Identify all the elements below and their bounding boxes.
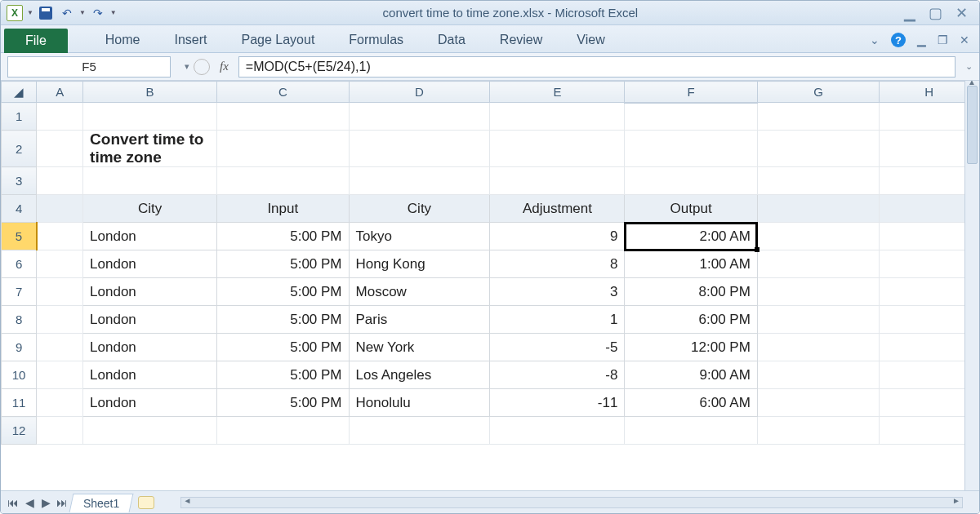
row-header[interactable]: 5	[2, 223, 37, 250]
formula-input[interactable]: =MOD(C5+(E5/24),1)	[238, 56, 956, 78]
cancel-entry-icon[interactable]	[194, 59, 210, 75]
qat-customize-icon[interactable]: ▼	[110, 9, 117, 16]
undo-icon[interactable]: ↶	[58, 4, 76, 22]
workbook-close-icon[interactable]: ✕	[960, 33, 969, 47]
cell[interactable]: City	[83, 195, 217, 223]
row-header[interactable]: 2	[2, 131, 37, 167]
cell[interactable]: 5:00 PM	[217, 306, 349, 334]
row-header[interactable]: 12	[2, 417, 37, 445]
cell[interactable]: Adjustment	[490, 195, 625, 223]
cell[interactable]	[217, 131, 349, 167]
maximize-icon[interactable]: ▢	[929, 6, 942, 20]
cell[interactable]: London	[83, 278, 217, 306]
col-header[interactable]: A	[37, 82, 83, 103]
cell[interactable]	[757, 278, 879, 306]
cell[interactable]	[37, 417, 83, 445]
cell[interactable]	[37, 278, 83, 306]
undo-dropdown-icon[interactable]: ▼	[79, 9, 86, 16]
cell[interactable]	[37, 103, 83, 131]
next-sheet-icon[interactable]: ▶	[38, 496, 53, 509]
cell[interactable]	[757, 306, 879, 334]
new-sheet-icon[interactable]	[138, 496, 154, 509]
cell[interactable]	[625, 417, 757, 445]
cell[interactable]: 5:00 PM	[217, 389, 349, 417]
row-header[interactable]: 1	[2, 103, 37, 131]
row-header[interactable]: 8	[2, 306, 37, 334]
tab-review[interactable]: Review	[497, 28, 546, 52]
cell[interactable]	[37, 167, 83, 195]
cell[interactable]: City	[349, 195, 490, 223]
vertical-scrollbar[interactable]	[964, 81, 979, 490]
cell[interactable]: Input	[217, 195, 349, 223]
cell[interactable]	[625, 131, 757, 167]
workbook-restore-icon[interactable]: ❐	[938, 33, 948, 47]
cell[interactable]: Tokyo	[349, 223, 490, 250]
cell[interactable]	[757, 167, 879, 195]
cell[interactable]: 12:00 PM	[625, 334, 757, 361]
worksheet-grid[interactable]: ◢ A B C D E F G H 12Convert time to time…	[1, 81, 979, 490]
cell[interactable]	[757, 131, 879, 167]
cell[interactable]: -5	[490, 334, 625, 361]
cell[interactable]: 8	[490, 250, 625, 278]
horizontal-scrollbar[interactable]	[180, 497, 963, 508]
cell[interactable]	[757, 361, 879, 389]
cell[interactable]	[757, 195, 879, 223]
cell[interactable]	[37, 306, 83, 334]
cell[interactable]	[490, 167, 625, 195]
cell[interactable]: Output	[625, 195, 757, 223]
cell[interactable]	[83, 167, 217, 195]
cell[interactable]	[757, 417, 879, 445]
row-header[interactable]: 3	[2, 167, 37, 195]
col-header[interactable]: D	[349, 82, 490, 103]
cell[interactable]	[349, 167, 490, 195]
tab-home[interactable]: Home	[102, 28, 144, 52]
cell[interactable]: 8:00 PM	[625, 278, 757, 306]
tab-data[interactable]: Data	[434, 28, 469, 52]
prev-sheet-icon[interactable]: ◀	[22, 496, 37, 509]
cell[interactable]	[349, 131, 490, 167]
tab-formulas[interactable]: Formulas	[345, 28, 407, 52]
row-header[interactable]: 7	[2, 278, 37, 306]
file-tab[interactable]: File	[4, 29, 68, 53]
tab-insert[interactable]: Insert	[171, 28, 210, 52]
cell[interactable]	[490, 417, 625, 445]
cell[interactable]	[625, 167, 757, 195]
col-header[interactable]: E	[490, 82, 625, 103]
row-header[interactable]: 6	[2, 250, 37, 278]
cell[interactable]: Honolulu	[349, 389, 490, 417]
excel-logo-icon[interactable]: X	[6, 4, 24, 22]
cell[interactable]: -8	[490, 361, 625, 389]
cell[interactable]: 1	[490, 306, 625, 334]
cell[interactable]	[83, 417, 217, 445]
cell[interactable]: -11	[490, 389, 625, 417]
name-box[interactable]: F5	[7, 56, 171, 78]
cell[interactable]	[37, 361, 83, 389]
last-sheet-icon[interactable]: ⏭	[55, 496, 69, 509]
cell[interactable]	[83, 103, 217, 131]
cell[interactable]: 5:00 PM	[217, 223, 349, 250]
cell[interactable]: Hong Kong	[349, 250, 490, 278]
cell[interactable]	[37, 223, 83, 250]
cell[interactable]: 5:00 PM	[217, 278, 349, 306]
cell[interactable]	[37, 195, 83, 223]
cell[interactable]	[217, 167, 349, 195]
cell[interactable]	[217, 103, 349, 131]
cell[interactable]: New York	[349, 334, 490, 361]
cell[interactable]	[490, 103, 625, 131]
col-header[interactable]: B	[83, 82, 217, 103]
cell[interactable]	[757, 334, 879, 361]
cell[interactable]: London	[83, 223, 217, 250]
cell[interactable]	[349, 417, 490, 445]
cell[interactable]: Los Angeles	[349, 361, 490, 389]
cell[interactable]	[217, 417, 349, 445]
cell[interactable]: 2:00 AM	[625, 223, 757, 250]
cell[interactable]: 6:00 PM	[625, 306, 757, 334]
cell[interactable]: London	[83, 361, 217, 389]
cell[interactable]: London	[83, 389, 217, 417]
save-icon[interactable]	[37, 4, 55, 22]
col-header[interactable]: F	[625, 82, 757, 103]
ribbon-minimize-icon[interactable]: ⌄	[870, 33, 880, 47]
cell[interactable]: London	[83, 306, 217, 334]
cell[interactable]: 5:00 PM	[217, 334, 349, 361]
cell[interactable]: 3	[490, 278, 625, 306]
